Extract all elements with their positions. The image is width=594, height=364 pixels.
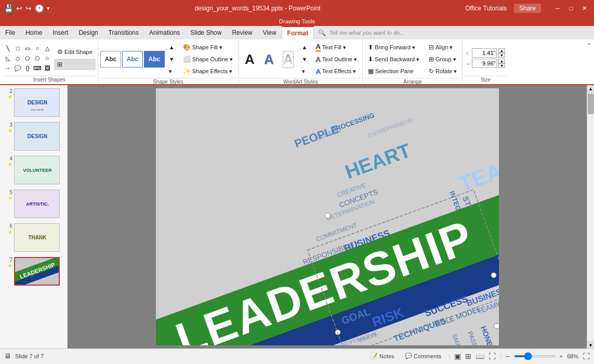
text-fill-btn2[interactable]: A Text Fill ▾	[312, 42, 360, 53]
more-styles-expand[interactable]: ▾	[166, 65, 178, 77]
tab-transitions[interactable]: Transitions	[103, 26, 144, 39]
align-btn[interactable]: ⊟ Align ▾	[426, 42, 460, 53]
tab-view[interactable]: View	[258, 26, 282, 39]
office-tutorials[interactable]: Office Tutorials	[465, 5, 507, 12]
edit-shape-label: Edit Shape	[64, 49, 93, 55]
img-shape[interactable]: 🖼	[43, 63, 52, 73]
view-present-btn[interactable]: ⛶	[489, 352, 496, 360]
height-down[interactable]: ▼	[498, 53, 505, 58]
tab-review[interactable]: Review	[227, 26, 257, 39]
tri-shape[interactable]: △	[43, 44, 52, 53]
wa-dn[interactable]: ▼	[299, 53, 311, 65]
height-input[interactable]	[472, 48, 497, 58]
wa-expand[interactable]: ▾	[299, 65, 311, 77]
slide-thumb-5[interactable]: 5 ★ ARTISTIC.	[2, 188, 65, 219]
selection-pane-btn[interactable]: ▦ Selection Pane	[365, 65, 423, 77]
shape-outline-btn[interactable]: ⬜ Shape Outline ▾	[180, 53, 236, 65]
tell-me-input[interactable]: Tell me what you want to do...	[329, 30, 404, 36]
style-sample-0[interactable]: Abc	[100, 51, 121, 68]
tab-bar: File Home Insert Design Transitions Anim…	[0, 26, 594, 39]
notes-btn[interactable]: 📝 Notes	[367, 352, 398, 360]
width-down[interactable]: ▼	[498, 63, 505, 68]
canvas-area[interactable]: MEETING PROCESSING PEOPLE ENTREPRENEUR H…	[68, 85, 587, 348]
slide-thumb-6[interactable]: 6 ★ THANK	[2, 222, 65, 253]
style-sample-2[interactable]: Abc	[144, 51, 165, 68]
oval-shape[interactable]: ○	[33, 44, 42, 53]
customize-icon[interactable]: ▾	[47, 5, 50, 12]
scroll-down-btn[interactable]: ▼	[587, 341, 595, 348]
brace-shape[interactable]: {}	[23, 63, 32, 73]
slide-img-5[interactable]: ARTISTIC.	[14, 190, 60, 218]
rect-shape[interactable]: □	[13, 44, 22, 53]
clock-icon[interactable]: 🕐	[35, 4, 44, 12]
redo-icon[interactable]: ↪	[25, 4, 32, 12]
group-btn[interactable]: ⊞ Group ▾	[426, 53, 460, 65]
text-fill-btn[interactable]: ⊞	[54, 59, 96, 70]
view-reading-btn[interactable]: 📖	[476, 352, 484, 360]
slide-thumb-3[interactable]: 3 ★ DESIGN	[2, 121, 65, 152]
comments-btn[interactable]: 💬 Comments	[402, 352, 444, 360]
wa-up[interactable]: ▲	[299, 42, 311, 53]
pentagon-shape[interactable]: ⬠	[23, 53, 32, 63]
v-scrollbar[interactable]: ▲ ▼	[587, 85, 594, 348]
maximize-btn[interactable]: □	[566, 5, 576, 12]
height-up[interactable]: ▲	[498, 48, 505, 53]
scroll-up-btn[interactable]: ▲	[587, 85, 595, 92]
tab-animations[interactable]: Animations	[144, 26, 185, 39]
scroll-thumb[interactable]	[588, 93, 594, 114]
rounded-rect-shape[interactable]: ▭	[23, 44, 32, 53]
zoom-out-btn[interactable]: ─	[506, 353, 510, 359]
undo-icon[interactable]: ↩	[16, 4, 22, 12]
slide-thumb-2[interactable]: 2 ★ DESIGN your words	[2, 87, 65, 118]
line-shape[interactable]: ╲	[3, 44, 12, 53]
wordart-sample-2[interactable]: A	[280, 50, 297, 68]
zoom-in-btn[interactable]: +	[560, 353, 563, 359]
zoom-slider[interactable]	[514, 355, 556, 357]
text-outline-btn[interactable]: A Text Outline ▾	[312, 53, 360, 65]
rotate-btn[interactable]: ↻ Rotate ▾	[426, 65, 460, 77]
ribbon-expand-icon[interactable]: ⌃	[586, 42, 592, 50]
tab-file[interactable]: File	[0, 26, 20, 39]
wordart-sample-1[interactable]: A	[260, 50, 278, 68]
more-styles-dn[interactable]: ▼	[166, 53, 178, 65]
slide-img-3[interactable]: DESIGN	[14, 122, 60, 151]
text-effects-btn[interactable]: A Text Effects ▾	[312, 65, 360, 77]
arrow-shape[interactable]: →	[3, 63, 12, 73]
star-shape[interactable]: ☆	[43, 53, 52, 63]
fit-page-btn[interactable]: ⛶	[583, 352, 590, 360]
style-sample-1[interactable]: Abc	[122, 51, 143, 68]
send-backward-btn[interactable]: ⬇ Send Backward ▾	[365, 53, 423, 65]
width-up[interactable]: ▲	[498, 59, 505, 63]
callout-shape[interactable]: 💬	[13, 63, 22, 73]
diamond-shape[interactable]: ◇	[13, 53, 22, 63]
slide-thumb-4[interactable]: 4 ★ VOLUNTEER	[2, 155, 65, 185]
save-icon[interactable]: 💾	[4, 4, 13, 12]
rt-tri-shape[interactable]: ◺	[3, 53, 12, 63]
slide-img-4[interactable]: VOLUNTEER	[14, 156, 60, 184]
width-input[interactable]	[472, 59, 497, 68]
edit-shape-btn[interactable]: ⚙ Edit Shape	[54, 46, 96, 58]
tab-design[interactable]: Design	[73, 26, 103, 39]
textfill-icon: ⊞	[57, 61, 62, 68]
slide-img-6[interactable]: THANK	[14, 223, 60, 252]
more-styles-up[interactable]: ▲	[166, 42, 178, 53]
slide-img-7[interactable]: LEADERSHIP	[14, 257, 60, 286]
minimize-btn[interactable]: ─	[552, 5, 563, 12]
wordart-sample-0[interactable]: A	[241, 50, 259, 68]
hexagon-shape[interactable]: ⬡	[33, 53, 42, 63]
shape-fill-btn[interactable]: 🎨 Shape Fill ▾	[180, 42, 236, 53]
view-normal-btn[interactable]: ▣	[454, 352, 461, 360]
bring-forward-btn[interactable]: ⬆ Bring Forward ▾	[365, 42, 423, 53]
tab-insert[interactable]: Insert	[47, 26, 73, 39]
slide-thumb-7[interactable]: 7 ★ LEADERSHIP	[2, 256, 65, 287]
close-btn[interactable]: ✕	[579, 5, 590, 12]
view-grid-btn[interactable]: ⊞	[465, 352, 471, 360]
shape-effects-btn[interactable]: ✨ Shape Effects ▾	[180, 65, 236, 77]
share-button[interactable]: Share	[514, 4, 541, 13]
slide-star-6: ★	[8, 229, 12, 235]
tab-home[interactable]: Home	[20, 26, 47, 39]
textbox-shape[interactable]: ⌨	[33, 63, 42, 73]
tab-format[interactable]: Format	[282, 26, 314, 39]
tab-slideshow[interactable]: Slide Show	[185, 26, 227, 39]
slide-img-2[interactable]: DESIGN your words	[14, 88, 60, 117]
